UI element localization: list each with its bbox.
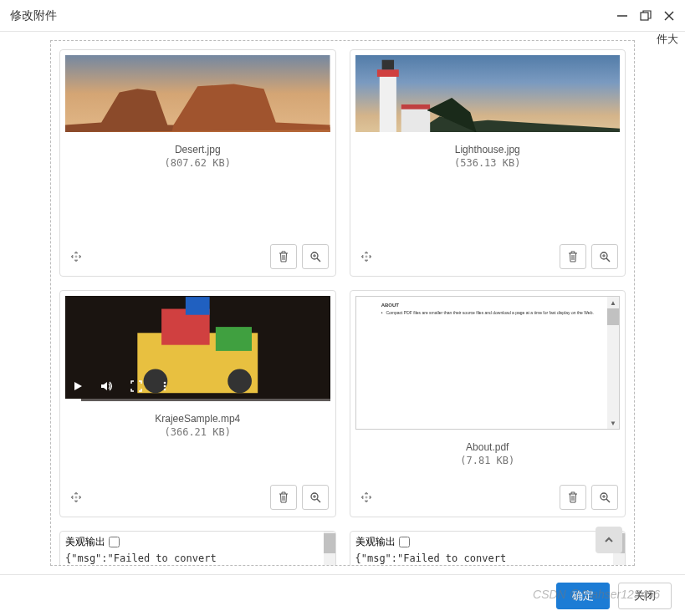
titlebar: 修改附件: [0, 0, 685, 32]
file-card: Lighthouse.jpg (536.13 KB): [350, 49, 626, 277]
window-controls: [616, 10, 675, 22]
drag-handle-icon[interactable]: [357, 488, 376, 507]
scroll-thumb[interactable]: [324, 533, 335, 553]
svg-line-16: [606, 258, 610, 262]
play-icon[interactable]: [72, 380, 84, 392]
pretty-print-checkbox[interactable]: [399, 537, 410, 547]
pdf-bullet: Compact PDF files are smaller than their…: [386, 310, 593, 316]
drag-handle-icon[interactable]: [67, 247, 85, 266]
json-header: 美观输出: [355, 535, 621, 549]
json-label: 美观输出: [65, 535, 105, 549]
svg-rect-14: [401, 104, 430, 109]
json-output-card: 美观输出 {"msg":"Failed to convert: [350, 531, 626, 566]
delete-button[interactable]: [560, 485, 586, 510]
content-area: Desert.jpg (807.62 KB): [0, 32, 685, 574]
svg-point-26: [164, 382, 166, 384]
close-icon[interactable]: [663, 10, 675, 22]
video-controls: [65, 371, 330, 401]
zoom-button[interactable]: [591, 244, 618, 269]
json-scrollbar[interactable]: [324, 532, 335, 566]
file-info: Lighthouse.jpg (536.13 KB): [350, 137, 626, 239]
file-size: (536.13 KB): [354, 157, 622, 169]
file-name: Desert.jpg: [64, 144, 332, 155]
zoom-button[interactable]: [591, 485, 618, 510]
cancel-button[interactable]: 关闭: [618, 583, 672, 609]
json-content: {"msg":"Failed to convert: [65, 552, 330, 564]
scroll-up-icon[interactable]: ▲: [607, 297, 619, 308]
zoom-button[interactable]: [302, 244, 329, 269]
fullscreen-icon[interactable]: [130, 380, 142, 392]
drag-handle-icon[interactable]: [357, 247, 376, 266]
file-info: Desert.jpg (807.62 KB): [60, 137, 335, 239]
card-footer: [350, 239, 626, 276]
card-actions: [270, 485, 329, 510]
drop-zone: Desert.jpg (807.62 KB): [50, 40, 635, 566]
json-content: {"msg":"Failed to convert: [355, 552, 621, 564]
svg-line-6: [317, 258, 320, 262]
file-name: About.pdf: [354, 441, 622, 453]
file-size: (366.21 KB): [64, 426, 332, 438]
json-label: 美观输出: [355, 535, 396, 549]
video-progress[interactable]: [65, 399, 330, 401]
svg-rect-12: [381, 60, 393, 70]
svg-rect-11: [376, 69, 398, 77]
pdf-content: ABOUT •Compact PDF files are smaller tha…: [373, 297, 602, 321]
card-actions: [560, 485, 618, 510]
card-footer: [60, 480, 335, 517]
file-info: KrajeeSample.mp4 (366.21 KB): [60, 406, 335, 480]
file-grid: Desert.jpg (807.62 KB): [59, 49, 626, 566]
svg-rect-25: [216, 327, 252, 351]
minimize-icon[interactable]: [616, 10, 628, 22]
dialog-footer: 确定 关闭: [0, 574, 685, 616]
confirm-button[interactable]: 确定: [556, 583, 610, 609]
file-info: About.pdf (7.81 KB): [350, 435, 626, 480]
svg-point-28: [164, 389, 166, 391]
scroll-down-icon[interactable]: ▼: [607, 417, 619, 429]
image-preview: [355, 55, 621, 132]
card-footer: [60, 239, 335, 276]
more-icon[interactable]: [159, 380, 171, 392]
svg-line-30: [317, 499, 320, 502]
card-actions: [270, 244, 329, 269]
file-card: ABOUT •Compact PDF files are smaller tha…: [350, 290, 626, 517]
volume-icon[interactable]: [100, 380, 114, 392]
scroll-thumb[interactable]: [607, 308, 619, 325]
pretty-print-checkbox[interactable]: [109, 537, 120, 547]
file-name: Lighthouse.jpg: [354, 144, 622, 155]
delete-button[interactable]: [270, 244, 297, 269]
svg-rect-22: [186, 297, 210, 315]
json-output-card: 美观输出 {"msg":"Failed to convert: [59, 531, 336, 566]
maximize-icon[interactable]: [640, 10, 652, 22]
file-card: Desert.jpg (807.62 KB): [59, 49, 336, 277]
drag-handle-icon[interactable]: [67, 488, 85, 507]
window-title: 修改附件: [10, 8, 57, 23]
pdf-preview[interactable]: ABOUT •Compact PDF files are smaller tha…: [355, 296, 621, 430]
svg-rect-1: [641, 13, 648, 20]
video-preview[interactable]: [65, 296, 330, 401]
svg-rect-10: [379, 74, 396, 132]
delete-button[interactable]: [560, 244, 586, 269]
card-footer: [350, 480, 626, 517]
file-card: KrajeeSample.mp4 (366.21 KB): [59, 290, 336, 517]
pdf-heading: ABOUT: [381, 302, 594, 308]
scroll-to-top-button[interactable]: [596, 527, 622, 553]
svg-point-27: [164, 385, 166, 388]
zoom-button[interactable]: [302, 485, 329, 510]
svg-line-34: [606, 499, 610, 502]
pdf-scrollbar[interactable]: ▲ ▼: [607, 297, 619, 429]
card-actions: [560, 244, 618, 269]
delete-button[interactable]: [270, 485, 297, 510]
file-size: (7.81 KB): [354, 455, 622, 466]
json-header: 美观输出: [65, 535, 330, 549]
file-name: KrajeeSample.mp4: [64, 413, 332, 425]
file-size: (807.62 KB): [64, 157, 332, 169]
image-preview: [65, 55, 330, 132]
